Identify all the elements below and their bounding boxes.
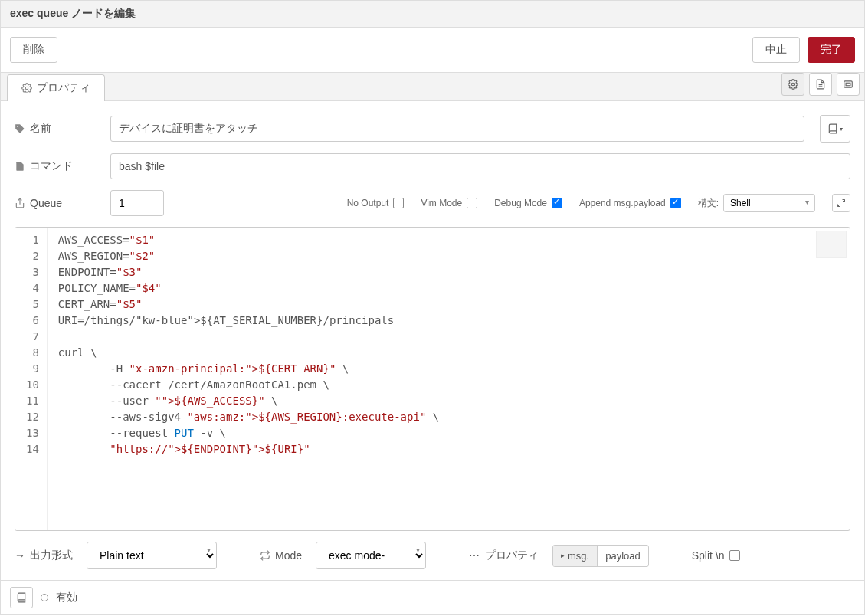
row-name: 名前 ▾ [15, 115, 850, 143]
vim-mode-checkbox[interactable] [467, 198, 477, 208]
name-label: 名前 [30, 122, 51, 136]
dialog-toolbar: 削除 中止 完了 [1, 28, 864, 73]
no-output-checkbox[interactable] [393, 198, 404, 208]
tab-properties-label: プロパティ [37, 81, 90, 95]
appearance-icon [843, 79, 854, 90]
tab-properties[interactable]: プロパティ [7, 74, 105, 101]
delete-button[interactable]: 削除 [10, 37, 57, 63]
output-format-select[interactable]: Plain text [87, 542, 217, 569]
footer-book-icon-button[interactable] [10, 587, 33, 608]
syntax-label: 構文: [698, 197, 719, 210]
expand-icon [837, 198, 846, 208]
queue-label: Queue [30, 197, 62, 209]
property-label: プロパティ [485, 549, 539, 562]
vim-mode-label: Vim Mode [421, 198, 462, 208]
gear-icon [788, 79, 798, 90]
expand-editor-button[interactable] [832, 194, 850, 212]
command-label: コマンド [30, 159, 73, 173]
mode-label: Mode [275, 549, 302, 562]
property-value[interactable]: payload [598, 546, 648, 566]
no-output-label: No Output [347, 198, 389, 208]
row-command: コマンド [15, 153, 850, 179]
svg-line-8 [842, 200, 845, 203]
done-button[interactable]: 完了 [808, 37, 855, 63]
name-input[interactable] [110, 116, 804, 142]
property-typed-input[interactable]: ▸ msg. payload [552, 545, 649, 567]
gear-icon [21, 83, 32, 93]
split-label: Split \n [692, 549, 725, 562]
output-format-label: 出力形式 [30, 549, 73, 562]
append-payload-label: Append msg.payload [579, 198, 666, 208]
editor-dialog: exec queue ノードを編集 削除 中止 完了 プロパティ [0, 0, 865, 615]
mode-select[interactable]: exec mode- [316, 542, 426, 569]
split-checkbox[interactable] [729, 550, 740, 561]
book-icon [16, 592, 27, 603]
form-body: 名前 ▾ コマンド Queue No Output [1, 101, 864, 580]
syntax-select[interactable]: Shell [723, 194, 815, 212]
svg-point-1 [791, 83, 795, 86]
row-queue: Queue No Output Vim Mode Debug Mode Appe… [15, 190, 850, 216]
svg-rect-5 [846, 83, 850, 86]
tag-icon [15, 123, 25, 134]
svg-rect-4 [844, 81, 853, 87]
editor-minimap[interactable] [816, 231, 847, 258]
tab-appearance-icon-button[interactable] [837, 73, 860, 96]
command-input[interactable] [110, 153, 850, 179]
tab-description-icon-button[interactable] [809, 73, 832, 96]
dialog-footer: 有効 [1, 580, 864, 614]
append-payload-checkbox[interactable] [670, 198, 681, 208]
debug-mode-checkbox[interactable] [552, 198, 562, 208]
cancel-button[interactable]: 中止 [752, 37, 800, 63]
enabled-toggle[interactable]: 有効 [41, 591, 77, 605]
status-lamp-icon [41, 594, 48, 601]
enabled-label: 有効 [56, 591, 77, 605]
editor-content[interactable]: AWS_ACCESS="$1" AWS_REGION="$2" ENDPOINT… [48, 228, 850, 530]
book-icon [827, 123, 838, 134]
tab-bar: プロパティ [1, 73, 864, 101]
file-icon [15, 161, 25, 172]
share-icon [15, 198, 25, 208]
arrows-icon [260, 550, 270, 561]
output-row: → 出力形式 Plain text Mode exec mode- ⋯ [15, 542, 850, 580]
svg-line-9 [838, 204, 841, 207]
property-type-selector[interactable]: ▸ msg. [553, 546, 598, 566]
tab-settings-icon-button[interactable] [781, 73, 804, 96]
editor-gutter: 1 2 3 4 5 6 7 8 9 10 11 12 13 14 [15, 228, 48, 530]
svg-point-6 [17, 126, 18, 127]
debug-mode-label: Debug Mode [494, 198, 547, 208]
document-icon [815, 79, 826, 90]
svg-point-0 [25, 87, 28, 90]
dialog-title: exec queue ノードを編集 [1, 1, 864, 28]
name-book-icon-button[interactable]: ▾ [820, 115, 850, 143]
code-editor[interactable]: 1 2 3 4 5 6 7 8 9 10 11 12 13 14 AWS_ACC… [15, 227, 850, 531]
queue-input[interactable] [110, 190, 164, 216]
